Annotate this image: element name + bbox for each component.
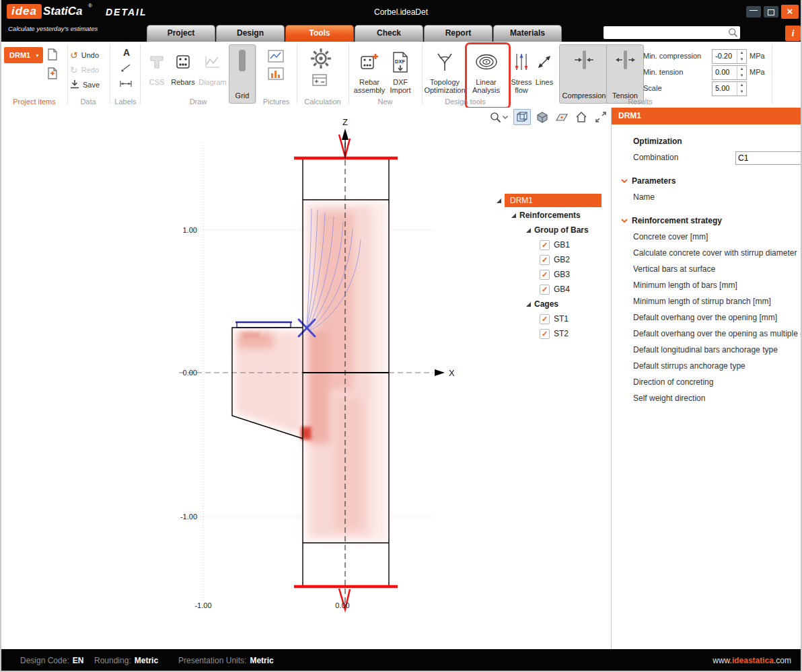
expander-icon[interactable] bbox=[497, 198, 501, 203]
tree-item-gb1[interactable]: ✓ GB1 bbox=[497, 237, 602, 252]
spin-down-icon[interactable]: ▼ bbox=[737, 89, 746, 96]
copy-item-icon[interactable] bbox=[47, 67, 58, 82]
tree-root-item[interactable]: DRM1 bbox=[497, 193, 602, 208]
tree-item-st2[interactable]: ✓ ST2 bbox=[497, 326, 602, 341]
tension-button[interactable]: Tension bbox=[606, 44, 644, 104]
property-row: Default stirrups anchorage type bbox=[612, 358, 802, 374]
group-separator bbox=[140, 44, 141, 104]
svg-text:X: X bbox=[449, 368, 455, 378]
title-bar: idea StatiCa ® DETAIL Corbel.ideaDet Cal… bbox=[0, 0, 802, 42]
rebars-icon bbox=[175, 46, 191, 78]
tree-item-gb4[interactable]: ✓ GB4 bbox=[497, 282, 602, 297]
scale-label: Scale bbox=[643, 84, 662, 92]
app-name: DETAIL bbox=[106, 7, 147, 17]
project-item-selector[interactable]: DRM1 ▼ bbox=[4, 47, 43, 63]
zoom-menu-button[interactable] bbox=[487, 110, 510, 124]
topology-optimization-button[interactable]: Topology Optimization bbox=[421, 46, 468, 94]
checkbox-checked-icon[interactable]: ✓ bbox=[540, 329, 550, 339]
magnifier-icon bbox=[490, 112, 501, 123]
lines-button[interactable]: Lines bbox=[531, 46, 558, 86]
undo-button[interactable]: ↺ Undo bbox=[70, 50, 99, 61]
property-row: Concrete cover [mm] bbox=[612, 229, 802, 245]
picture-bar-chart-icon[interactable] bbox=[268, 67, 284, 83]
maximize-icon bbox=[768, 9, 774, 15]
spin-down-icon[interactable]: ▼ bbox=[737, 73, 746, 79]
svg-text:0.00: 0.00 bbox=[183, 369, 197, 377]
zoom-extents-button[interactable] bbox=[593, 110, 609, 124]
min-tension-spinner[interactable]: 0.00 ▲▼ bbox=[712, 65, 747, 80]
svg-text:-1.00: -1.00 bbox=[194, 601, 211, 609]
scale-spinner[interactable]: 5.00 ▲▼ bbox=[712, 81, 747, 96]
group-separator bbox=[110, 44, 110, 104]
save-button[interactable]: Save bbox=[70, 79, 100, 90]
combination-label: Combination bbox=[633, 153, 678, 162]
view-wireframe-button[interactable] bbox=[513, 109, 531, 125]
rebars-button[interactable]: Rebars bbox=[170, 46, 196, 86]
section-reinforcement-strategy[interactable]: Reinforcement strategy bbox=[612, 213, 802, 229]
calculator-icon[interactable] bbox=[312, 74, 327, 89]
model-canvas[interactable]: Z X 1.00 0.00 -1.00 -1.00 0.00 bbox=[0, 108, 611, 649]
redo-icon: ↻ bbox=[70, 65, 78, 75]
tab-project[interactable]: Project bbox=[147, 25, 215, 42]
info-button[interactable]: i bbox=[785, 26, 801, 41]
redo-button[interactable]: ↻ Redo bbox=[70, 65, 99, 75]
website-link[interactable]: www.ideastatica.com bbox=[713, 649, 791, 672]
checkbox-checked-icon[interactable]: ✓ bbox=[540, 314, 550, 324]
search-input[interactable] bbox=[605, 27, 727, 39]
home-view-button[interactable] bbox=[573, 110, 589, 124]
expander-icon[interactable] bbox=[526, 302, 531, 307]
ribbon-group-label-data: Data bbox=[66, 98, 110, 106]
checkbox-checked-icon[interactable]: ✓ bbox=[540, 270, 550, 280]
spin-up-icon[interactable]: ▲ bbox=[737, 50, 746, 57]
picture-line-chart-icon[interactable] bbox=[268, 50, 284, 65]
tab-design[interactable]: Design bbox=[216, 25, 285, 42]
label-dimension-icon[interactable] bbox=[120, 78, 132, 90]
diagram-button[interactable]: Diagram bbox=[196, 46, 229, 86]
tab-check[interactable]: Check bbox=[355, 25, 423, 42]
tab-materials[interactable]: Materials bbox=[493, 25, 562, 42]
checkbox-checked-icon[interactable]: ✓ bbox=[540, 255, 550, 265]
search-icon bbox=[728, 28, 738, 40]
window-minimize-button[interactable]: — bbox=[746, 6, 761, 17]
checkbox-checked-icon[interactable]: ✓ bbox=[540, 240, 550, 250]
label-leader-icon[interactable] bbox=[120, 63, 131, 75]
spin-up-icon[interactable]: ▲ bbox=[737, 82, 746, 89]
section-parameters[interactable]: Parameters bbox=[612, 173, 802, 189]
combination-input[interactable] bbox=[735, 151, 802, 165]
tree-item-group-of-bars[interactable]: Group of Bars bbox=[497, 223, 602, 237]
checkbox-checked-icon[interactable]: ✓ bbox=[540, 285, 550, 295]
document-title: Corbel.ideaDet bbox=[202, 7, 600, 17]
tree-item-reinforcements[interactable]: Reinforcements bbox=[497, 208, 602, 223]
ribbon-group-label-design-tools: Design tools bbox=[422, 98, 509, 106]
spin-up-icon[interactable]: ▲ bbox=[737, 66, 746, 73]
ribbon-group-label-new: New bbox=[349, 98, 422, 106]
linear-analysis-button[interactable]: Linear Analysis bbox=[468, 46, 505, 94]
tree-item-st1[interactable]: ✓ ST1 bbox=[497, 311, 602, 326]
view-style-button[interactable] bbox=[554, 110, 570, 124]
spin-down-icon[interactable]: ▼ bbox=[737, 57, 746, 63]
tree-item-gb2[interactable]: ✓ GB2 bbox=[497, 252, 602, 267]
canvas-toolbar bbox=[487, 109, 609, 125]
expander-icon[interactable] bbox=[526, 228, 531, 233]
property-row: Self weight direction bbox=[612, 390, 802, 406]
calculation-settings-button[interactable] bbox=[309, 47, 332, 73]
window-maximize-button[interactable] bbox=[764, 6, 778, 17]
dxf-import-button[interactable]: DXF DXF Import bbox=[381, 46, 420, 94]
window-close-button[interactable]: × bbox=[781, 5, 799, 19]
grid-button[interactable]: Grid bbox=[229, 44, 256, 104]
label-text-icon[interactable]: A bbox=[120, 47, 133, 58]
tab-report[interactable]: Report bbox=[424, 25, 493, 42]
view-solid-button[interactable] bbox=[534, 110, 550, 124]
min-compression-spinner[interactable]: -0.20 ▲▼ bbox=[712, 49, 747, 64]
tree-item-cages[interactable]: Cages bbox=[497, 297, 602, 311]
tree-item-gb3[interactable]: ✓ GB3 bbox=[497, 267, 602, 282]
chevron-down-icon bbox=[503, 116, 508, 119]
expander-icon[interactable] bbox=[511, 213, 516, 218]
css-button[interactable]: CSS bbox=[144, 46, 170, 86]
property-row: Default overhang over the opening [mm] bbox=[612, 309, 802, 326]
app-logo: idea bbox=[7, 4, 42, 19]
property-row: Vertical bars at surface bbox=[612, 261, 802, 277]
new-item-icon[interactable] bbox=[47, 48, 58, 63]
tab-tools[interactable]: Tools bbox=[285, 25, 354, 42]
compression-button[interactable]: Compression bbox=[559, 44, 609, 104]
